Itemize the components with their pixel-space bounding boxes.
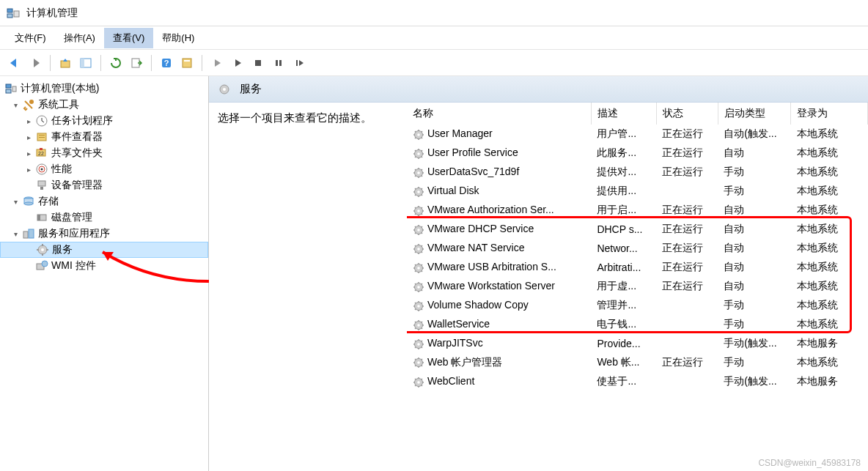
service-status — [656, 315, 718, 334]
service-start: 自动 — [718, 220, 791, 239]
chevron-down-icon[interactable]: ▾ — [10, 198, 21, 206]
service-name: VMware DHCP Service — [427, 223, 534, 234]
content-area: 计算机管理(本地) ▾ 系统工具 ▸ 任务计划程序 ▸ 事件查看器 ▸ 22 共… — [0, 76, 868, 471]
service-row[interactable]: VMware Workstation Server用于虚...正在运行自动本地系… — [407, 277, 868, 296]
gear-icon — [413, 319, 424, 331]
nav-back-button[interactable] — [6, 54, 23, 72]
service-row[interactable]: WalletService电子钱...手动本地系统 — [407, 315, 868, 334]
service-status — [656, 182, 718, 201]
disk-icon — [35, 211, 48, 224]
service-row[interactable]: UserDataSvc_71d9f提供对...正在运行手动本地系统 — [407, 163, 868, 182]
tree-label: 磁盘管理 — [51, 211, 92, 224]
service-row[interactable]: Volume Shadow Copy管理并...手动本地系统 — [407, 296, 868, 315]
gear-icon — [413, 243, 424, 255]
column-header-login[interactable]: 登录为 — [791, 103, 868, 125]
tree-device-manager[interactable]: 设备管理器 — [0, 177, 208, 193]
nav-forward-button[interactable] — [26, 54, 44, 72]
tree-disk-management[interactable]: 磁盘管理 — [0, 209, 208, 226]
gear-icon — [413, 262, 424, 274]
properties-button[interactable] — [178, 54, 196, 72]
chevron-right-icon[interactable]: ▸ — [23, 117, 34, 125]
service-row[interactable]: WebClient使基于...手动(触发...本地服务 — [407, 372, 868, 391]
tree-task-scheduler[interactable]: ▸ 任务计划程序 — [0, 113, 208, 129]
service-row[interactable]: VMware NAT ServiceNetwor...正在运行自动本地系统 — [407, 239, 868, 258]
stop-service-button[interactable] — [229, 54, 246, 72]
pause-button[interactable] — [270, 54, 287, 72]
tree-label: 设备管理器 — [51, 179, 103, 192]
service-login: 本地系统 — [791, 353, 868, 372]
chevron-down-icon[interactable]: ▾ — [10, 230, 21, 238]
tree-storage[interactable]: ▾ 存储 — [0, 193, 208, 209]
chevron-right-icon[interactable]: ▸ — [23, 149, 34, 157]
menu-help[interactable]: 帮助(H) — [153, 28, 203, 48]
up-button[interactable] — [56, 54, 74, 72]
service-start: 手动 — [718, 182, 791, 201]
tree-system-tools[interactable]: ▾ 系统工具 — [0, 97, 208, 113]
service-desc: 使基于... — [591, 372, 656, 391]
service-desc: Arbitrati... — [591, 258, 656, 277]
gear-icon — [413, 205, 424, 217]
separator — [100, 55, 101, 71]
svg-rect-13 — [279, 60, 282, 66]
tree-services[interactable]: 服务 — [0, 242, 208, 258]
service-name: Web 帐户管理器 — [427, 356, 502, 368]
service-login: 本地系统 — [791, 201, 868, 220]
tree-label: 任务计划程序 — [51, 114, 113, 127]
chevron-down-icon[interactable]: ▾ — [10, 101, 21, 109]
separator — [202, 55, 202, 71]
column-header-desc[interactable]: 描述 — [591, 103, 656, 125]
service-row[interactable]: VMware USB Arbitration S...Arbitrati...正… — [407, 258, 868, 277]
svg-point-55 — [417, 229, 420, 231]
restart-button[interactable] — [290, 54, 308, 72]
service-name: UserDataSvc_71d9f — [427, 166, 519, 177]
export-button[interactable] — [128, 54, 145, 72]
chevron-right-icon[interactable]: ▸ — [23, 133, 34, 141]
service-row[interactable]: User Profile Service此服务...正在运行自动本地系统 — [407, 144, 868, 163]
service-start: 自动 — [718, 239, 791, 258]
tree-label: 存储 — [38, 195, 59, 208]
menu-view[interactable]: 查看(V) — [104, 28, 153, 48]
refresh-button[interactable] — [107, 54, 125, 72]
gear-icon — [413, 186, 424, 198]
menu-file[interactable]: 文件(F) — [6, 28, 55, 48]
tree-label: 系统工具 — [38, 98, 79, 111]
svg-rect-15 — [6, 84, 11, 88]
svg-point-51 — [417, 190, 420, 193]
tree-wmi[interactable]: WMI 控件 — [0, 258, 208, 274]
description-panel: 选择一个项目来查看它的描述。 — [209, 103, 407, 471]
tree-shared-folders[interactable]: ▸ 22 共享文件夹 — [0, 145, 208, 161]
show-hide-tree-button[interactable] — [77, 54, 95, 72]
service-row[interactable]: User Manager用户管...正在运行自动(触发...本地系统 — [407, 125, 868, 144]
tree-services-apps[interactable]: ▾ 服务和应用程序 — [0, 226, 208, 242]
service-desc: DHCP s... — [591, 220, 656, 239]
service-row[interactable]: Virtual Disk提供用...手动本地系统 — [407, 182, 868, 201]
help-button[interactable]: ? — [158, 54, 175, 72]
service-row[interactable]: VMware DHCP ServiceDHCP s...正在运行自动本地系统 — [407, 220, 868, 239]
stop-button[interactable] — [249, 54, 267, 72]
svg-rect-1 — [7, 14, 12, 18]
service-login: 本地系统 — [791, 182, 868, 201]
tree-event-viewer[interactable]: ▸ 事件查看器 — [0, 129, 208, 145]
start-service-button[interactable] — [208, 54, 226, 72]
column-header-start[interactable]: 启动类型 — [718, 103, 791, 125]
menu-action[interactable]: 操作(A) — [55, 28, 104, 48]
tree-root[interactable]: 计算机管理(本地) — [0, 81, 208, 97]
device-icon — [35, 179, 48, 192]
services-table-panel[interactable]: 名称 描述 状态 启动类型 登录为 User Manager用户管...正在运行… — [407, 103, 868, 471]
column-header-name[interactable]: 名称 — [407, 103, 591, 125]
service-row[interactable]: WarpJITSvcProvide...手动(触发...本地服务 — [407, 334, 868, 353]
service-desc: 提供对... — [591, 163, 656, 182]
gear-icon — [413, 167, 424, 179]
service-start: 手动(触发... — [718, 334, 791, 353]
service-row[interactable]: VMware Authorization Ser...用于启...正在运行自动本… — [407, 201, 868, 220]
tree-performance[interactable]: ▸ 性能 — [0, 161, 208, 177]
column-header-status[interactable]: 状态 — [656, 103, 718, 125]
tree-panel[interactable]: 计算机管理(本地) ▾ 系统工具 ▸ 任务计划程序 ▸ 事件查看器 ▸ 22 共… — [0, 76, 209, 471]
service-name: WarpJITSvc — [427, 337, 483, 349]
computer-icon — [4, 82, 18, 95]
service-start: 手动 — [718, 315, 791, 334]
service-row[interactable]: Web 帐户管理器Web 帐...正在运行手动本地系统 — [407, 353, 868, 372]
chevron-right-icon[interactable]: ▸ — [23, 166, 34, 174]
svg-rect-12 — [276, 60, 278, 66]
service-name: VMware NAT Service — [427, 242, 525, 253]
